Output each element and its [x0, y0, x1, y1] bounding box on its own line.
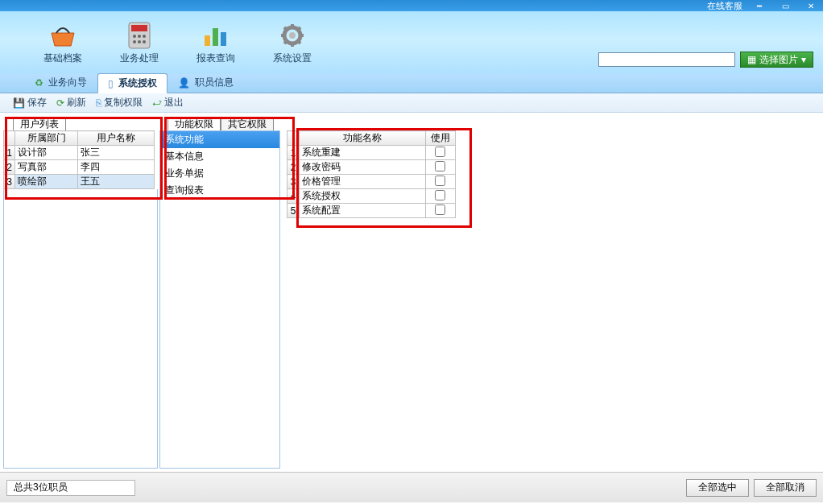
- function-list-header[interactable]: 系统功能: [160, 131, 279, 148]
- cell-name: 张三: [78, 146, 155, 160]
- use-checkbox[interactable]: [435, 147, 445, 157]
- exit-icon: ⮐: [152, 97, 162, 109]
- use-checkbox[interactable]: [435, 176, 445, 186]
- use-checkbox[interactable]: [435, 204, 445, 215]
- calculator-icon: [125, 21, 154, 50]
- copy-permission-button[interactable]: ⎘ 复制权限: [91, 94, 147, 111]
- tab-label: 业务向导: [48, 76, 87, 89]
- table-row[interactable]: 3 喷绘部 王五: [4, 175, 155, 189]
- refresh-icon: ⟳: [56, 97, 64, 109]
- func-item-docs[interactable]: 业务单据: [160, 165, 279, 182]
- table-row[interactable]: 2 写真部 李四: [4, 160, 155, 175]
- status-bar: 总共3位职员 全部选中 全部取消: [0, 472, 823, 502]
- svg-rect-9: [213, 28, 218, 46]
- table-row[interactable]: 2 修改密码: [287, 160, 456, 175]
- cell-name: 王五: [78, 175, 155, 189]
- titlebar: 在线客服 ━ ▭ ✕: [0, 0, 823, 11]
- func-item-basic[interactable]: 基本信息: [160, 148, 279, 165]
- exit-button[interactable]: ⮐ 退出: [147, 94, 188, 111]
- svg-rect-1: [131, 25, 147, 31]
- permission-table-panel: 功能名称 使用 1 系统重建 2 修改密码 3 价格管理 4 系统授权: [287, 116, 456, 469]
- other-perm-tab[interactable]: 其它权限: [221, 117, 274, 130]
- svg-point-5: [133, 40, 136, 43]
- refresh-button[interactable]: ⟳ 刷新: [52, 94, 91, 111]
- row-header-blank: [4, 131, 15, 146]
- ribbon-system-settings[interactable]: 系统设置: [254, 21, 330, 65]
- tab-system-auth[interactable]: ▯ 系统授权: [97, 73, 167, 93]
- table-row[interactable]: 3 价格管理: [287, 175, 456, 189]
- svg-line-17: [284, 27, 287, 31]
- function-permission-panel: 功能权限 其它权限 系统功能 基本信息 业务单据 查询报表: [159, 116, 285, 469]
- ribbon-label: 系统设置: [273, 52, 312, 65]
- svg-point-12: [289, 32, 296, 39]
- toolbtn-label: 保存: [27, 96, 47, 109]
- save-button[interactable]: 💾 保存: [8, 94, 52, 111]
- ribbon-label: 业务处理: [120, 52, 159, 65]
- function-list: 系统功能 基本信息 业务单据 查询报表: [159, 130, 280, 469]
- ribbon-business-process[interactable]: 业务处理: [101, 21, 177, 65]
- select-image-label: 选择图片: [759, 53, 798, 67]
- svg-rect-10: [221, 32, 226, 46]
- table-row[interactable]: 4 系统授权: [287, 189, 456, 204]
- svg-line-18: [297, 40, 300, 43]
- table-row[interactable]: 1 设计部 张三: [4, 146, 155, 160]
- main-tabbar: ♻ 业务向导 ▯ 系统授权 👤 职员信息: [0, 74, 823, 93]
- table-row[interactable]: 5 系统配置: [287, 204, 456, 218]
- use-checkbox[interactable]: [435, 190, 445, 200]
- cell-name: 李四: [78, 160, 155, 175]
- cell-name: 修改密码: [300, 160, 425, 175]
- toolbtn-label: 复制权限: [104, 96, 143, 109]
- svg-point-7: [143, 40, 146, 43]
- tab-staff-info[interactable]: 👤 职员信息: [167, 72, 244, 93]
- func-perm-tab[interactable]: 功能权限: [167, 117, 221, 130]
- rownum: 4: [287, 189, 300, 204]
- svg-point-4: [143, 35, 146, 38]
- cell-name: 价格管理: [300, 175, 425, 189]
- user-list-tab[interactable]: 用户列表: [13, 117, 66, 130]
- svg-line-20: [297, 27, 300, 31]
- close-button[interactable]: ✕: [802, 1, 820, 10]
- cell-dept: 设计部: [15, 146, 78, 160]
- use-checkbox[interactable]: [435, 161, 445, 171]
- svg-point-6: [138, 40, 141, 43]
- person-icon: 👤: [178, 77, 190, 89]
- user-table: 所属部门 用户名称 1 设计部 张三 2 写真部 李四 3 喷绘部 王五: [3, 130, 155, 189]
- basket-icon: [48, 21, 77, 50]
- tab-label: 职员信息: [195, 76, 234, 89]
- table-row[interactable]: 1 系统重建: [287, 146, 456, 160]
- col-use[interactable]: 使用: [425, 131, 455, 146]
- select-all-button[interactable]: 全部选中: [686, 479, 749, 497]
- ribbon-basic-archive[interactable]: 基础档案: [24, 21, 101, 65]
- ribbon-report-query[interactable]: 报表查询: [177, 21, 254, 65]
- rownum: 3: [4, 175, 15, 189]
- row-header-blank: [287, 131, 300, 146]
- toolbtn-label: 退出: [164, 96, 184, 109]
- rownum: 2: [287, 160, 300, 175]
- svg-point-2: [133, 35, 136, 38]
- ribbon-label: 基础档案: [43, 52, 82, 65]
- permission-table: 功能名称 使用 1 系统重建 2 修改密码 3 价格管理 4 系统授权: [287, 130, 456, 218]
- ribbon-toolbar: 基础档案 业务处理 报表查询 系统设置 ▦ 选择图片 ▾: [0, 11, 823, 74]
- tab-label: 系统授权: [118, 76, 157, 90]
- cell-dept: 喷绘部: [15, 175, 78, 189]
- gear-icon: [278, 21, 307, 50]
- maximize-button[interactable]: ▭: [776, 1, 794, 10]
- deselect-all-button[interactable]: 全部取消: [754, 479, 817, 497]
- search-input[interactable]: [598, 52, 735, 67]
- image-icon: ▦: [747, 54, 756, 65]
- online-service-link[interactable]: 在线客服: [707, 0, 742, 12]
- col-name[interactable]: 用户名称: [78, 131, 155, 146]
- tab-wizard[interactable]: ♻ 业务向导: [24, 72, 97, 93]
- minimize-button[interactable]: ━: [751, 1, 768, 10]
- copy-icon: ⎘: [96, 97, 101, 109]
- col-dept[interactable]: 所属部门: [15, 131, 78, 146]
- save-icon: 💾: [13, 97, 25, 109]
- staff-count: 总共3位职员: [6, 480, 135, 496]
- select-image-button[interactable]: ▦ 选择图片 ▾: [740, 52, 813, 68]
- document-icon: ▯: [108, 78, 114, 89]
- wizard-icon: ♻: [35, 77, 43, 89]
- func-item-reports[interactable]: 查询报表: [160, 182, 279, 199]
- toolbtn-label: 刷新: [67, 96, 86, 109]
- action-toolbar: 💾 保存 ⟳ 刷新 ⎘ 复制权限 ⮐ 退出: [0, 93, 823, 113]
- col-func-name[interactable]: 功能名称: [300, 131, 425, 146]
